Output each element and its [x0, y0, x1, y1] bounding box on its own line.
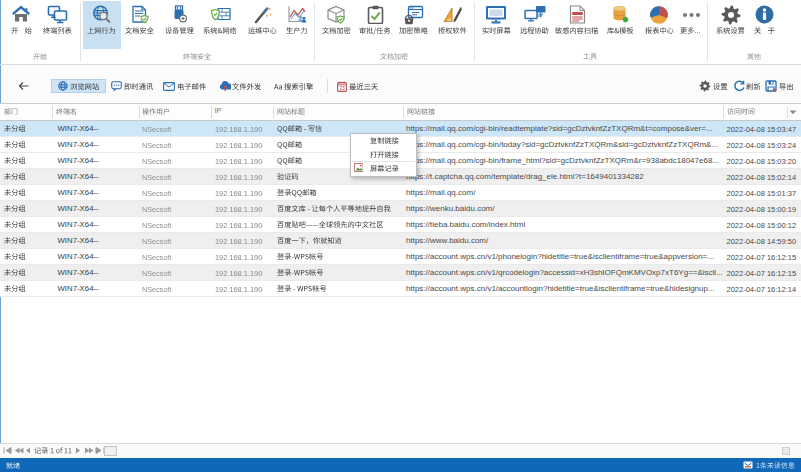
svg-text:23: 23	[339, 84, 345, 90]
